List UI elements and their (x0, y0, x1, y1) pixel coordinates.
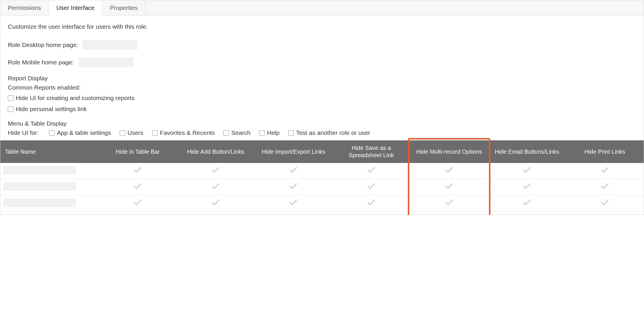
th-name: Table Name (0, 140, 99, 163)
check-icon[interactable] (134, 167, 141, 173)
cb-search-label: Search (231, 129, 251, 136)
display-table: Table Name Hide in Table Bar Hide Add Bu… (0, 140, 644, 212)
cb-search[interactable]: Search (223, 129, 251, 136)
cell-toggle[interactable] (566, 179, 644, 195)
check-icon[interactable] (212, 167, 219, 173)
cb-test-role-input[interactable] (288, 130, 294, 136)
check-icon[interactable] (601, 167, 609, 173)
role-settings-container: Permissions User Interface Properties Cu… (0, 0, 644, 215)
cell-toggle[interactable] (332, 179, 410, 195)
menu-table-heading: Menu & Table Display (8, 120, 636, 127)
cell-toggle[interactable] (488, 195, 566, 212)
desktop-home-label: Role Desktop home page: (8, 41, 78, 48)
table-row (0, 163, 644, 179)
check-icon[interactable] (368, 183, 375, 190)
cell-toggle[interactable] (332, 163, 410, 179)
desktop-home-input[interactable] (82, 40, 137, 50)
check-icon[interactable] (212, 183, 219, 190)
hide-personal-label: Hide personal settings link (16, 106, 87, 113)
cell-toggle[interactable] (254, 195, 332, 212)
check-icon[interactable] (523, 200, 531, 206)
cell-toggle[interactable] (99, 195, 177, 212)
hide-personal-checkbox[interactable] (8, 106, 13, 112)
cell-toggle[interactable] (410, 179, 488, 195)
check-icon[interactable] (445, 200, 453, 206)
th-hide-print: Hide Print Links (566, 140, 644, 163)
check-icon[interactable] (134, 183, 141, 190)
tabs-bar: Permissions User Interface Properties (0, 0, 644, 16)
table-row (0, 195, 644, 212)
tab-permissions[interactable]: Permissions (0, 0, 49, 15)
cell-toggle[interactable] (254, 163, 332, 179)
cb-favorites-label: Favorites & Recents (160, 129, 215, 136)
hide-reports-checkbox[interactable] (8, 95, 13, 101)
th-hide-email: Hide Email Buttons/Links (488, 140, 566, 163)
table-wrap: Table Name Hide in Table Bar Hide Add Bu… (0, 140, 644, 212)
check-icon[interactable] (368, 167, 375, 173)
cb-help-label: Help (267, 129, 279, 136)
check-icon[interactable] (523, 167, 531, 173)
mobile-home-input[interactable] (79, 57, 134, 67)
cell-toggle[interactable] (410, 163, 488, 179)
cell-toggle[interactable] (566, 195, 644, 212)
cell-table-name (0, 163, 99, 179)
cell-toggle[interactable] (99, 179, 177, 195)
hide-personal-checkbox-row[interactable]: Hide personal settings link (8, 106, 636, 113)
check-icon[interactable] (290, 167, 297, 173)
cb-test-role[interactable]: Test as another role or user (288, 129, 370, 136)
cell-toggle[interactable] (410, 195, 488, 212)
field-mobile-home: Role Mobile home page: (8, 57, 636, 67)
cb-favorites[interactable]: Favorites & Recents (152, 129, 215, 136)
cell-toggle[interactable] (488, 179, 566, 195)
check-icon[interactable] (445, 167, 453, 173)
cb-help-input[interactable] (259, 130, 265, 136)
panel-user-interface: Customize the user interface for users w… (0, 16, 644, 215)
table-row (0, 179, 644, 195)
table-header-row: Table Name Hide in Table Bar Hide Add Bu… (0, 140, 644, 163)
check-icon[interactable] (134, 200, 141, 206)
hide-ui-row: Hide UI for: App & table settings Users … (8, 129, 636, 136)
common-reports-line: Common Reports enabled: (8, 84, 636, 91)
table-name-placeholder (3, 166, 76, 175)
cell-table-name (0, 179, 99, 195)
tab-user-interface[interactable]: User Interface (49, 0, 102, 16)
hide-ui-for-label: Hide UI for: (8, 129, 39, 136)
check-icon[interactable] (523, 183, 531, 190)
table-name-placeholder (3, 198, 76, 207)
check-icon[interactable] (601, 183, 609, 190)
cell-toggle[interactable] (254, 179, 332, 195)
cb-users[interactable]: Users (120, 129, 143, 136)
hide-reports-label: Hide UI for creating and customizing rep… (16, 95, 134, 102)
cb-app-table-label: App & table settings (57, 129, 111, 136)
cell-toggle[interactable] (566, 163, 644, 179)
cell-toggle[interactable] (177, 195, 255, 212)
cb-test-role-label: Test as another role or user (296, 129, 370, 136)
cell-toggle[interactable] (488, 163, 566, 179)
report-display-heading: Report Display (8, 75, 636, 82)
cell-table-name (0, 195, 99, 212)
th-hide-multi: Hide Multi-record Options (410, 140, 488, 163)
field-desktop-home: Role Desktop home page: (8, 40, 636, 50)
check-icon[interactable] (212, 200, 219, 206)
table-name-placeholder (3, 182, 76, 191)
check-icon[interactable] (445, 183, 453, 190)
cell-toggle[interactable] (177, 179, 255, 195)
cb-help[interactable]: Help (259, 129, 279, 136)
cell-toggle[interactable] (177, 163, 255, 179)
cb-app-table[interactable]: App & table settings (49, 129, 111, 136)
check-icon[interactable] (601, 200, 609, 206)
check-icon[interactable] (290, 183, 297, 190)
cell-toggle[interactable] (332, 195, 410, 212)
check-icon[interactable] (368, 200, 375, 206)
th-hide-add: Hide Add Button/Links (177, 140, 255, 163)
hide-reports-checkbox-row[interactable]: Hide UI for creating and customizing rep… (8, 95, 636, 102)
tab-properties[interactable]: Properties (102, 0, 145, 15)
cb-favorites-input[interactable] (152, 130, 158, 136)
cell-toggle[interactable] (99, 163, 177, 179)
check-icon[interactable] (290, 200, 297, 206)
cb-users-label: Users (128, 129, 143, 136)
mobile-home-label: Role Mobile home page: (8, 59, 74, 66)
cb-search-input[interactable] (223, 130, 229, 136)
cb-app-table-input[interactable] (49, 130, 54, 136)
cb-users-input[interactable] (120, 130, 125, 136)
